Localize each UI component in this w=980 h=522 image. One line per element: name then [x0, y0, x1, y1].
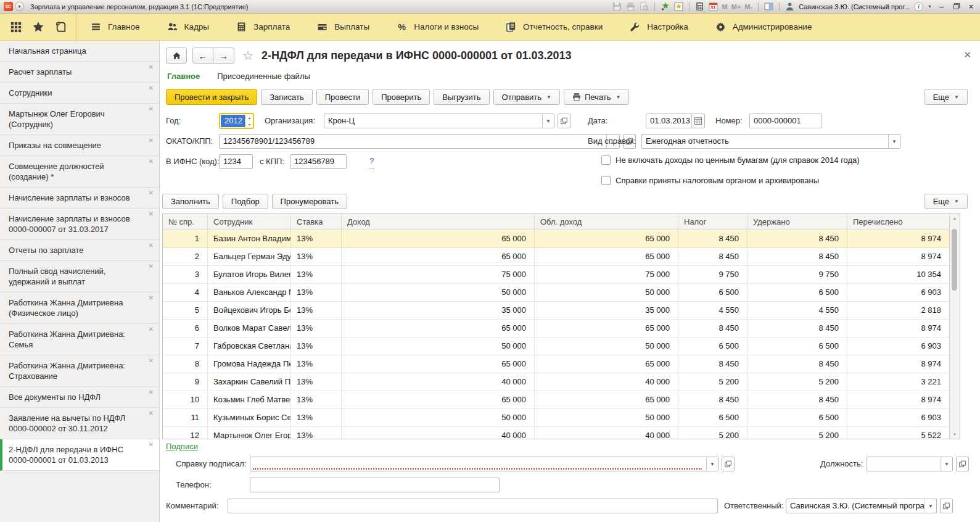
apps-grid-icon[interactable]: [10, 21, 22, 33]
comment-field[interactable]: [228, 499, 718, 513]
column-header[interactable]: Удержано: [747, 214, 847, 230]
close-icon[interactable]: ✕: [149, 389, 154, 396]
close-icon[interactable]: ✕: [149, 326, 154, 333]
signed-by-field[interactable]: ▼: [250, 457, 719, 471]
responsible-open-button[interactable]: [940, 499, 953, 513]
system-menu-button[interactable]: ▼: [15, 2, 24, 11]
close-icon[interactable]: ✕: [149, 190, 154, 196]
responsible-field[interactable]: Савинская З.Ю. (Системный программист) ▼: [786, 499, 937, 513]
table-row[interactable]: 3 Булатов Игорь Вилен... 13% 75 000 75 0…: [163, 266, 949, 284]
menubar-item[interactable]: Главное: [91, 22, 140, 32]
renumber-button[interactable]: Пронумеровать: [272, 194, 347, 209]
year-spinner[interactable]: ▲▼: [245, 114, 253, 128]
organization-field[interactable]: Крон-Ц ▼: [324, 114, 554, 128]
sidebar-item[interactable]: Совмещение должностей (создание) * ✕: [0, 156, 159, 188]
securities-checkbox[interactable]: [601, 155, 611, 165]
sidebar-item[interactable]: Мартынюк Олег Егорович (Сотрудник) ✕: [0, 104, 159, 135]
column-header[interactable]: Налог: [678, 214, 747, 230]
chevron-down-icon[interactable]: ▼: [706, 457, 718, 471]
write-button[interactable]: Записать: [261, 89, 313, 105]
table-row[interactable]: 2 Бальцер Герман Эдуа... 13% 65 000 65 0…: [163, 248, 949, 266]
chevron-down-icon[interactable]: ▼: [924, 499, 936, 513]
back-button[interactable]: ←: [192, 48, 213, 64]
table-more-button[interactable]: Еще▼: [924, 194, 968, 209]
close-icon[interactable]: ✕: [149, 358, 154, 364]
sidebar-item[interactable]: Приказы на совмещение ✕: [0, 135, 159, 156]
sidebar-item[interactable]: 2-НДФЛ для передачи в ИФНС 0000-000001 о…: [0, 439, 159, 471]
column-header[interactable]: Ставка: [291, 214, 342, 230]
table-scrollbar[interactable]: ▲ ▼: [949, 214, 960, 439]
print-button[interactable]: Печать▼: [564, 89, 630, 105]
print-icon[interactable]: [626, 2, 635, 11]
chevron-down-icon[interactable]: ▼: [888, 135, 900, 148]
check-button[interactable]: Проверить: [373, 89, 430, 105]
close-button[interactable]: ×: [966, 2, 976, 12]
memory-button[interactable]: M-: [744, 3, 752, 10]
position-open-button[interactable]: [956, 457, 969, 471]
more-button[interactable]: Еще▼: [924, 89, 968, 105]
menubar-item[interactable]: Настройка: [630, 22, 688, 32]
table-row[interactable]: 1 Базин Антон Владими... 13% 65 000 65 0…: [163, 230, 949, 248]
sidebar-item[interactable]: Все документы по НДФЛ ✕: [0, 387, 159, 408]
column-header[interactable]: Перечислено: [847, 214, 949, 230]
favorites-star-icon[interactable]: [32, 21, 44, 33]
close-icon[interactable]: ✕: [149, 410, 154, 416]
post-button[interactable]: Провести: [316, 89, 369, 105]
menubar-item[interactable]: Кадры: [167, 22, 209, 32]
sidebar-item[interactable]: Сотрудники ✕: [0, 83, 159, 104]
sidebar-item[interactable]: Начальная страница ✕: [0, 41, 159, 62]
calendar-picker-icon[interactable]: [691, 114, 704, 128]
about-icon[interactable]: i: [914, 2, 923, 11]
signed-by-open-button[interactable]: [722, 457, 735, 471]
document-close-icon[interactable]: ✕: [963, 51, 971, 59]
calculator-icon[interactable]: [695, 2, 704, 11]
close-icon[interactable]: ✕: [149, 85, 154, 91]
archived-checkbox[interactable]: [601, 176, 611, 185]
close-icon[interactable]: ✕: [149, 295, 154, 301]
menubar-item[interactable]: Выплаты: [317, 22, 369, 32]
scroll-up-icon[interactable]: ▲: [950, 217, 960, 220]
close-icon[interactable]: ✕: [149, 242, 154, 249]
column-header[interactable]: № спр.: [163, 214, 208, 230]
phone-field[interactable]: [250, 478, 500, 492]
menubar-item[interactable]: % Налоги и взносы: [397, 22, 479, 32]
home-button[interactable]: [166, 48, 187, 64]
post-and-close-button[interactable]: Провести и закрыть: [166, 89, 257, 105]
column-header[interactable]: Обл. доход: [535, 214, 678, 230]
year-field[interactable]: 2012 ▲▼: [219, 113, 254, 129]
table-row[interactable]: 10 Козьмин Глеб Матвее... 13% 65 000 65 …: [163, 391, 949, 409]
sidebar-item[interactable]: Работкина Жанна Дмитриевна: Семья ✕: [0, 324, 159, 355]
favorites-icon[interactable]: [674, 2, 683, 11]
kind-field[interactable]: Ежегодная отчетность ▼: [641, 134, 900, 149]
history-icon[interactable]: [54, 21, 67, 33]
chevron-down-icon[interactable]: ▼: [941, 457, 952, 471]
sidebar-item[interactable]: Заявление на вычеты по НДФЛ 0000-000002 …: [0, 408, 159, 439]
okato-field[interactable]: 12345678901/123456789 ...: [219, 134, 620, 149]
position-field[interactable]: ▼: [867, 457, 953, 471]
table-row[interactable]: 12 Мартынюк Олег Егоро... 13% 40 000 40 …: [163, 427, 949, 439]
minimize-button[interactable]: –: [936, 2, 947, 12]
table-row[interactable]: 6 Волков Марат Савель... 13% 65 000 65 0…: [163, 320, 949, 338]
split-window-icon[interactable]: [764, 2, 773, 11]
calendar-icon[interactable]: 31: [709, 2, 718, 11]
number-field[interactable]: 0000-000001: [749, 114, 822, 128]
signatures-link[interactable]: Подписи: [166, 442, 198, 451]
document-tab[interactable]: Главное: [167, 72, 200, 81]
sidebar-item[interactable]: Отчеты по зарплате ✕: [0, 240, 159, 261]
table-row[interactable]: 5 Войцехович Игорь Бо... 13% 35 000 35 0…: [163, 302, 949, 320]
save-icon[interactable]: [612, 2, 622, 11]
forward-button[interactable]: →: [213, 48, 234, 64]
favorite-star-icon[interactable]: ☆: [242, 48, 253, 63]
date-field[interactable]: 01.03.2013: [646, 114, 705, 128]
restore-button[interactable]: [951, 2, 961, 12]
spin-up-icon[interactable]: ▲: [246, 114, 253, 121]
table-row[interactable]: 4 Ваньков Александр М... 13% 50 000 50 0…: [163, 284, 949, 302]
table-row[interactable]: 11 Кузьминых Борис Се... 13% 50 000 50 0…: [163, 409, 949, 427]
sidebar-item[interactable]: Работкина Жанна Дмитриевна (Физическое л…: [0, 292, 159, 324]
ifns-field[interactable]: 1234: [219, 154, 253, 169]
close-icon[interactable]: ✕: [149, 138, 154, 144]
memory-button[interactable]: M+: [731, 3, 741, 10]
sidebar-item[interactable]: Начисление зарплаты и взносов ✕: [0, 188, 159, 209]
close-icon[interactable]: ✕: [149, 159, 154, 165]
scrollbar-thumb[interactable]: [952, 229, 957, 291]
